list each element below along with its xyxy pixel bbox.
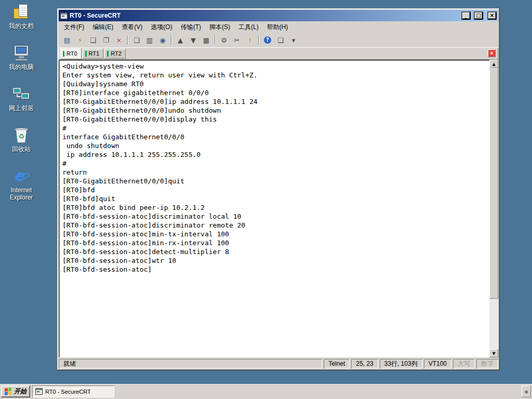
- menu-script[interactable]: 脚本(S): [205, 22, 234, 33]
- terminal-line: [Quidway]sysname RT0: [62, 79, 488, 88]
- terminal-line: Enter system view, return user view with…: [62, 71, 488, 79]
- quick-connect-button[interactable]: ⚡: [74, 34, 86, 46]
- close-button[interactable]: ×: [487, 11, 497, 20]
- scrollbar-track[interactable]: [489, 68, 498, 349]
- minimize-button[interactable]: _: [461, 11, 471, 20]
- terminal-line: [RT0]bfd: [62, 185, 488, 194]
- tab-rt2[interactable]: RT2: [104, 49, 126, 59]
- terminal-line: [RT0-bfd-session-atoc]discriminator remo…: [62, 221, 488, 230]
- windows-logo-icon: [5, 388, 12, 395]
- toolbar-separator: [258, 35, 259, 45]
- terminal-line: [RT0-GigabitEthernet0/0/0]undo shutdown: [62, 106, 488, 115]
- connected-indicator-icon: [107, 51, 109, 57]
- print-icon: ▦: [203, 37, 209, 44]
- toolbar-overflow-button[interactable]: ▾: [287, 34, 300, 46]
- desktop-icon-label: 回收站: [4, 145, 38, 153]
- network-places-icon: [12, 85, 31, 103]
- terminal-line: [RT0-bfd-session-atoc]detect-multiplier …: [62, 247, 488, 256]
- toolbar-separator: [127, 35, 128, 45]
- my-documents-icon: [12, 3, 31, 21]
- quick-connect-icon: ⚡: [77, 37, 82, 44]
- menu-edit[interactable]: 编辑(E): [88, 22, 117, 33]
- start-label: 开始: [14, 387, 26, 396]
- terminal-line: [RT0-bfd-session-atoc]: [62, 265, 488, 274]
- desktop-icon-internet-explorer[interactable]: e Internet Explorer: [4, 167, 38, 201]
- tab-label: RT0: [66, 50, 77, 57]
- menu-file[interactable]: 文件(F): [60, 22, 88, 33]
- maximize-button[interactable]: □: [474, 11, 483, 20]
- menu-options[interactable]: 选项(O): [147, 22, 176, 33]
- desktop-icon-label: 我的电脑: [4, 63, 38, 71]
- tab-label: RT2: [111, 50, 122, 57]
- alert-button[interactable]: !: [244, 34, 256, 46]
- start-button[interactable]: 开始: [1, 385, 30, 397]
- desktop-icon-my-computer[interactable]: 我的电脑: [4, 44, 38, 71]
- disconnect-icon: ×: [116, 37, 122, 44]
- print-button[interactable]: ▦: [200, 34, 212, 46]
- new-window-button[interactable]: ❏: [274, 34, 287, 46]
- notification-area: «: [522, 385, 531, 397]
- toolbar: ▤ ⚡ ❏ ❐ × ❑ ▥ ◉ ▲ ▼ ▦ ⚙ ✂ ! ? ❏ ▾: [59, 33, 498, 47]
- tray-chevron-button[interactable]: «: [522, 385, 531, 397]
- desktop-icon-recycle-bin[interactable]: ♻ 回收站: [4, 126, 38, 153]
- menu-tools[interactable]: 工具(L): [234, 22, 263, 33]
- menu-transfer[interactable]: 传输(T): [177, 22, 205, 33]
- close-tab-button[interactable]: ×: [488, 49, 496, 57]
- tab-rt1[interactable]: RT1: [83, 49, 104, 59]
- paste-icon: ▥: [147, 37, 153, 44]
- status-emulation: VT100: [424, 359, 451, 368]
- desktop-icon-label: 网上邻居: [4, 104, 38, 112]
- scroll-up-button[interactable]: ▲: [489, 60, 498, 68]
- taskbar-item-securecrt[interactable]: RT0 - SecureCRT: [32, 385, 114, 397]
- connect-button[interactable]: ▤: [61, 34, 73, 46]
- terminal-area: <Quidway>system-view Enter system view, …: [59, 60, 498, 357]
- titlebar[interactable]: RT0 - SecureCRT _ □ ×: [59, 10, 498, 21]
- download-button[interactable]: ▼: [187, 34, 200, 46]
- status-num-lock: 数字: [476, 359, 498, 368]
- clone-session-button[interactable]: ❐: [100, 34, 112, 46]
- toolbar-separator: [171, 35, 172, 45]
- scrollbar-thumb[interactable]: [489, 68, 498, 299]
- menu-view[interactable]: 查看(V): [117, 22, 147, 33]
- terminal-line: #: [62, 124, 488, 132]
- desktop-icon-my-documents[interactable]: 我的文档: [4, 3, 38, 30]
- session-options-button[interactable]: ⚙: [218, 34, 230, 46]
- terminal-line: interface GigabitEthernet0/0/0: [62, 132, 488, 141]
- desktop-icon-network-places[interactable]: 网上邻居: [4, 85, 38, 112]
- disconnect-button[interactable]: ×: [113, 34, 125, 46]
- help-button[interactable]: ?: [261, 34, 274, 46]
- cut-button[interactable]: ✂: [231, 34, 243, 46]
- terminal-line: [RT0-GigabitEthernet0/0/0]quit: [62, 177, 488, 185]
- terminal-line: ip address 10.1.1.1 255.255.255.0: [62, 150, 488, 159]
- status-protocol: Telnet: [324, 359, 350, 368]
- terminal-scrollbar[interactable]: ▲ ▼: [489, 60, 498, 357]
- recycle-bin-icon: ♻: [12, 126, 31, 144]
- terminal-line: [RT0-bfd]quit: [62, 194, 488, 203]
- desktop-icon-label: 我的文档: [4, 22, 38, 30]
- scroll-down-button[interactable]: ▼: [489, 349, 498, 357]
- new-session-button[interactable]: ❏: [87, 34, 99, 46]
- terminal-line: [RT0-bfd-session-atoc]wtr 10: [62, 256, 488, 265]
- connected-indicator-icon: [63, 51, 64, 57]
- download-icon: ▼: [191, 37, 196, 44]
- terminal-line: [RT0]bfd atoc bind peer-ip 10.2.1.2: [62, 203, 488, 212]
- session-options-icon: ⚙: [221, 37, 227, 44]
- terminal-output[interactable]: <Quidway>system-view Enter system view, …: [59, 60, 489, 357]
- terminal-line: return: [62, 168, 488, 177]
- menubar: 文件(F) 编辑(E) 查看(V) 选项(O) 传输(T) 脚本(S) 工具(L…: [59, 21, 498, 33]
- tab-rt0[interactable]: RT0: [60, 48, 82, 59]
- my-computer-icon: [12, 44, 31, 62]
- status-caps-lock: 大写: [453, 359, 475, 368]
- upload-button[interactable]: ▲: [174, 34, 187, 46]
- copy-button[interactable]: ❑: [130, 34, 143, 46]
- terminal-line: #: [62, 159, 488, 168]
- taskbar: 开始 RT0 - SecureCRT «: [0, 384, 532, 399]
- paste-button[interactable]: ▥: [143, 34, 156, 46]
- terminal-line: [RT0-GigabitEthernet0/0/0]ip address 10.…: [62, 97, 488, 106]
- find-button[interactable]: ◉: [156, 34, 169, 46]
- menu-help[interactable]: 帮助(H): [263, 22, 292, 33]
- internet-explorer-icon: e: [12, 167, 31, 185]
- cut-icon: ✂: [234, 37, 240, 44]
- connect-icon: ▤: [64, 37, 70, 44]
- find-icon: ◉: [159, 37, 165, 44]
